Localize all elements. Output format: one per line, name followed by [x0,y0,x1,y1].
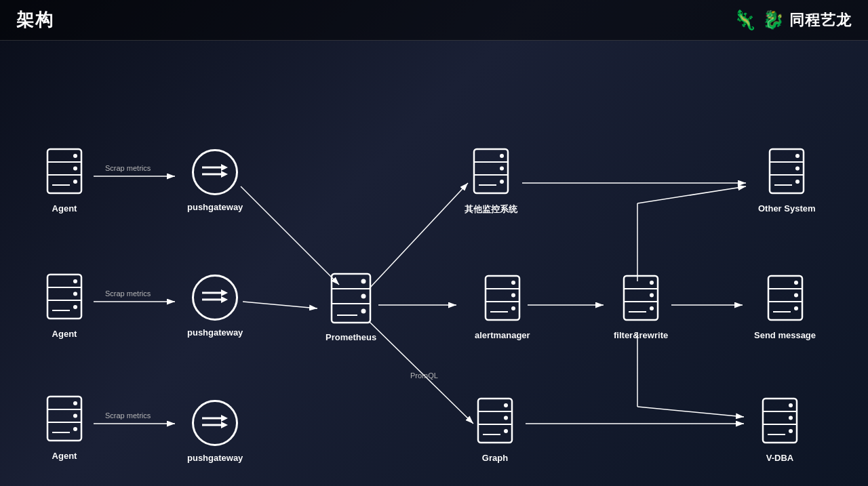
pushgateway2-node: pushgateway [187,275,243,338]
agent1-icon [44,146,85,197]
other-system-node: Other System [758,146,816,214]
svg-point-39 [361,309,366,314]
filter-rewrite-icon [620,272,661,323]
graph-node: Graph [475,395,515,463]
pushgateway1-label: pushgateway [187,202,243,212]
svg-point-66 [650,293,654,298]
agent3-icon [44,393,85,444]
arrow-pg1-prometheus [241,186,339,285]
svg-point-58 [504,403,508,407]
architecture-diagram: Scrap metrics Scrap metrics Scrap metric… [0,41,868,486]
svg-point-53 [511,306,515,310]
vdba-label: V-DBA [766,453,793,463]
prometheus-label: Prometheus [326,332,376,342]
graph-label: Graph [482,453,508,463]
arrow-prometheus-graph [370,322,473,424]
agent3-label: Agent [52,451,77,461]
svg-point-18 [73,401,77,405]
vdba-icon [760,395,800,446]
arrow-pg2-prometheus [243,302,317,308]
svg-point-11 [73,279,77,283]
pushgateway3-node: pushgateway [187,400,243,463]
svg-point-74 [795,180,800,184]
svg-point-5 [73,167,77,171]
svg-point-65 [650,281,654,285]
flame-icon: 🐉 [762,9,784,31]
svg-point-52 [511,293,515,298]
agent2-label: Agent [52,329,77,339]
alertmanager-node: alertmanager [475,272,530,340]
vdba-node: V-DBA [760,395,800,463]
svg-point-12 [73,292,77,296]
pushgateway1-node: pushgateway [187,149,243,212]
svg-point-80 [794,293,798,298]
svg-marker-25 [221,171,228,178]
svg-point-13 [73,305,77,309]
send-message-icon [765,272,806,323]
svg-point-44 [500,154,504,158]
svg-point-37 [361,279,366,284]
page-title: 架构 [16,8,54,32]
svg-point-4 [73,154,77,158]
svg-point-72 [795,154,800,158]
agent1-label: Agent [52,203,77,214]
agent2-icon [44,271,85,322]
other-monitor-label: 其他监控系统 [465,203,517,216]
prometheus-icon [329,271,373,325]
prometheus-node: Prometheus [326,271,376,342]
agent3-node: Agent [44,393,85,461]
alertmanager-icon [482,272,523,323]
svg-marker-29 [221,296,228,303]
other-monitor-icon [471,146,511,197]
other-monitor-node: 其他监控系统 [465,146,517,216]
svg-point-86 [789,403,793,407]
filter-rewrite-label: filter&rewrite [614,330,668,340]
chameleon-icon: 🦎 [733,9,757,31]
scrap-label-1: Scrap metrics [105,164,151,172]
arrow-filter-vdba-horiz [637,407,744,417]
svg-point-38 [361,294,366,299]
agent2-node: Agent [44,271,85,339]
send-message-label: Send message [754,330,816,340]
svg-marker-33 [221,422,228,428]
pushgateway1-icon [192,149,238,195]
arrow-prometheus-othermon [370,183,468,288]
scrap-label-3: Scrap metrics [105,411,151,420]
pushgateway2-label: pushgateway [187,327,243,338]
logo-text: 同程艺龙 [789,10,852,31]
svg-marker-23 [221,164,228,171]
svg-point-20 [73,427,77,431]
arrow-filter-othersys-horiz [637,186,746,203]
send-message-node: Send message [754,272,816,340]
other-system-icon [766,146,807,197]
other-system-label: Other System [758,203,816,214]
svg-point-46 [500,180,504,184]
filter-rewrite-node: filter&rewrite [614,272,668,340]
pushgateway2-icon [192,275,238,321]
svg-point-81 [794,306,798,310]
arrows-layer: Scrap metrics Scrap metrics Scrap metric… [0,41,868,486]
pushgateway3-label: pushgateway [187,453,243,463]
svg-point-59 [504,416,508,420]
svg-point-45 [500,167,504,171]
graph-icon [475,395,515,446]
svg-marker-27 [221,289,228,296]
svg-point-79 [794,281,798,285]
svg-point-73 [795,167,800,171]
svg-point-60 [504,429,508,433]
header: 架构 🦎 🐉 同程艺龙 [0,0,868,41]
alertmanager-label: alertmanager [475,330,530,340]
svg-point-51 [511,281,515,285]
promql-label: PromQL [410,371,438,380]
svg-marker-31 [221,415,228,422]
scrap-label-2: Scrap metrics [105,289,151,298]
svg-point-87 [789,416,793,420]
svg-point-6 [73,180,77,184]
svg-point-88 [789,429,793,433]
svg-point-67 [650,306,654,310]
svg-point-19 [73,414,77,418]
agent1-node: Agent [44,146,85,214]
pushgateway3-icon [192,400,238,446]
logo-area: 🦎 🐉 同程艺龙 [733,9,852,31]
